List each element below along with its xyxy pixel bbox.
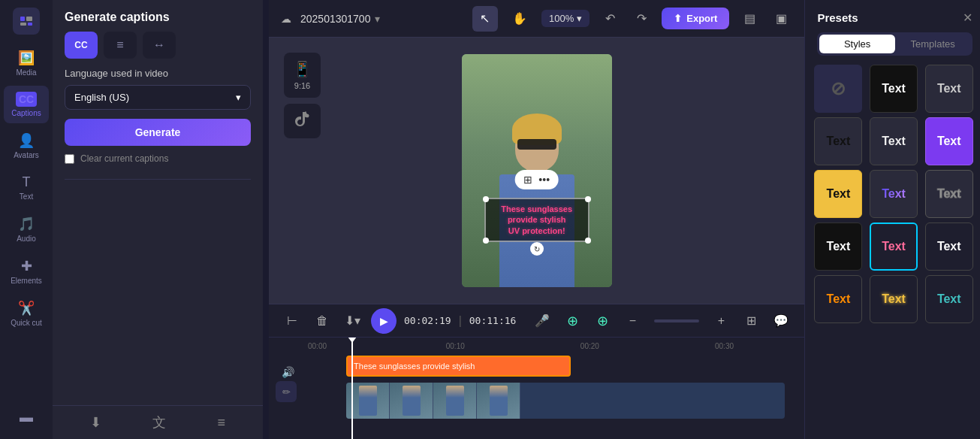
ruler-mark-0: 00:00	[308, 342, 327, 350]
more-options-icon[interactable]: •••	[538, 174, 550, 186]
presets-grid: ⊘ Text Text Text Text Text Text Text Tex…	[805, 65, 980, 323]
preset-bold-text[interactable]: Text	[814, 117, 862, 165]
chevron-down-icon: ▾	[236, 92, 241, 103]
fit-tool[interactable]: ⊞	[740, 310, 762, 332]
templates-tab[interactable]: Templates	[895, 35, 971, 53]
volume-icon[interactable]: 🔊	[282, 366, 294, 378]
language-label: Language used in video	[65, 68, 251, 79]
timeline-ruler: 00:00 00:10 00:20 00:30	[306, 338, 804, 354]
download-tool[interactable]: ⬇▾	[341, 310, 363, 332]
project-title: 202501301700 ▾	[300, 13, 380, 25]
handle-bl[interactable]	[483, 238, 489, 244]
export-button[interactable]: ⬆ Export	[662, 8, 729, 29]
preset-dark-bold-text[interactable]: Text	[814, 223, 862, 271]
timeline-left-panel: 🔊 ✏	[269, 338, 306, 439]
elements-icon: ✚	[21, 258, 32, 274]
caption-track-row: These sunglasses provide stylish	[306, 354, 804, 378]
align-right-tool[interactable]: ⊕	[591, 310, 614, 332]
rotate-handle[interactable]: ↻	[530, 242, 544, 256]
download-btn[interactable]: ⬇	[90, 414, 101, 431]
preset-orange-text[interactable]: Text	[814, 275, 862, 323]
sidebar-item-quickcut[interactable]: ✂️ Quick cut	[4, 294, 49, 333]
total-time: 00:11:16	[469, 315, 517, 326]
redo-button[interactable]: ↷	[630, 8, 653, 30]
svg-rect-2	[20, 23, 26, 26]
app-logo[interactable]	[13, 8, 40, 35]
video-frame-3	[433, 383, 477, 419]
sidebar-item-audio[interactable]: 🎵 Audio	[4, 210, 49, 249]
undo-button[interactable]: ↶	[599, 8, 621, 30]
caption-text-bubble[interactable]: These sunglasses provide stylish UV prot…	[484, 198, 590, 242]
edit-btn[interactable]: ✏	[276, 381, 297, 402]
aspect-ratio-card[interactable]: 📱 9:16	[284, 53, 321, 98]
sidebar-item-text[interactable]: T Text	[4, 168, 49, 207]
sidebar-item-subtitle[interactable]: ▬	[4, 404, 49, 431]
preset-teal-text[interactable]: Text	[925, 275, 973, 323]
preset-black-text[interactable]: Text	[870, 65, 918, 113]
timeline-content: 🔊 ✏ 00:00 00:10 00:20 00:30 These sungla…	[269, 338, 804, 439]
styles-tab[interactable]: Styles	[819, 35, 895, 53]
canvas-area: 📱 9:16	[269, 38, 804, 304]
handle-br[interactable]	[585, 238, 591, 244]
zoom-out-tool[interactable]: −	[621, 310, 644, 332]
media-icon: 🖼️	[18, 50, 35, 66]
mic-tool[interactable]: 🎤	[531, 310, 553, 332]
copy-icon[interactable]: ⊞	[523, 174, 532, 186]
language-select[interactable]: English (US) ▾	[65, 85, 251, 110]
caption-actions-bubble[interactable]: ⊞ •••	[514, 170, 559, 189]
preview-button[interactable]: ▣	[770, 8, 792, 30]
align-center-tool[interactable]: ⊕	[561, 310, 583, 332]
tiktok-card[interactable]	[284, 104, 321, 138]
translate-btn[interactable]: 文	[152, 413, 166, 431]
handle-tl[interactable]	[483, 196, 489, 202]
zoom-slider[interactable]	[654, 319, 699, 322]
video-clip[interactable]	[346, 383, 785, 419]
layout-button[interactable]: ▤	[738, 8, 761, 30]
preset-text: Text	[882, 292, 906, 306]
sidebar-item-captions[interactable]: CC Captions	[4, 86, 49, 123]
main-area: ☁ 202501301700 ▾ ↖ ✋ 100% ▾ ↶ ↷ ⬆ Export…	[269, 0, 804, 439]
presets-header: Presets ✕	[805, 0, 980, 32]
comment-tool[interactable]: 💬	[770, 310, 792, 332]
preset-teal-border-text[interactable]: Text	[925, 223, 973, 271]
translate-icon: 文	[152, 413, 166, 431]
timeline-playhead[interactable]	[351, 338, 353, 439]
tab-captions[interactable]: CC	[65, 32, 98, 59]
tab-translate[interactable]: ↔	[143, 32, 176, 59]
resize-handle[interactable]	[263, 0, 269, 439]
zoom-control[interactable]: 100% ▾	[541, 10, 590, 27]
sidebar-item-avatars[interactable]: 👤 Avatars	[4, 126, 49, 165]
preset-yellow-text[interactable]: Text	[814, 170, 862, 218]
delete-tool[interactable]: 🗑	[311, 310, 333, 332]
preset-text: Text	[937, 135, 961, 148]
generate-captions-panel: Generate captions CC ≡ ↔ Language used i…	[53, 0, 263, 439]
preset-text: Text	[827, 187, 851, 201]
captions-tab-icon: CC	[74, 40, 87, 50]
hand-tool[interactable]: ✋	[507, 6, 532, 32]
tiktok-icon	[293, 111, 312, 131]
preset-purple-text[interactable]: Text	[925, 117, 973, 165]
audio-icon: 🎵	[18, 216, 35, 232]
project-chevron-icon[interactable]: ▾	[375, 13, 380, 25]
preset-selected-text[interactable]: Text	[870, 223, 918, 271]
zoom-in-tool[interactable]: +	[710, 310, 732, 332]
preset-white-text[interactable]: Text	[870, 117, 918, 165]
list-btn[interactable]: ≡	[217, 415, 225, 431]
tab-subtitles[interactable]: ≡	[104, 32, 137, 59]
clear-captions-checkbox[interactable]	[65, 154, 74, 164]
glasses	[517, 139, 556, 150]
caption-clip[interactable]: These sunglasses provide stylish	[346, 356, 571, 377]
preset-plain-text[interactable]: Text	[925, 65, 973, 113]
preset-gradient-text[interactable]: Text	[870, 170, 918, 218]
sidebar-item-media[interactable]: 🖼️ Media	[4, 44, 49, 83]
preset-none[interactable]: ⊘	[814, 65, 862, 113]
handle-tr[interactable]	[585, 196, 591, 202]
split-tool[interactable]: ⊢	[281, 310, 303, 332]
play-button[interactable]: ▶	[371, 308, 397, 334]
select-tool[interactable]: ↖	[472, 6, 498, 32]
preset-gold-text[interactable]: Text	[870, 275, 918, 323]
presets-close-button[interactable]: ✕	[963, 11, 972, 25]
sidebar-item-elements[interactable]: ✚ Elements	[4, 252, 49, 291]
generate-button[interactable]: Generate	[65, 119, 251, 146]
preset-outline-text[interactable]: Text	[925, 170, 973, 218]
